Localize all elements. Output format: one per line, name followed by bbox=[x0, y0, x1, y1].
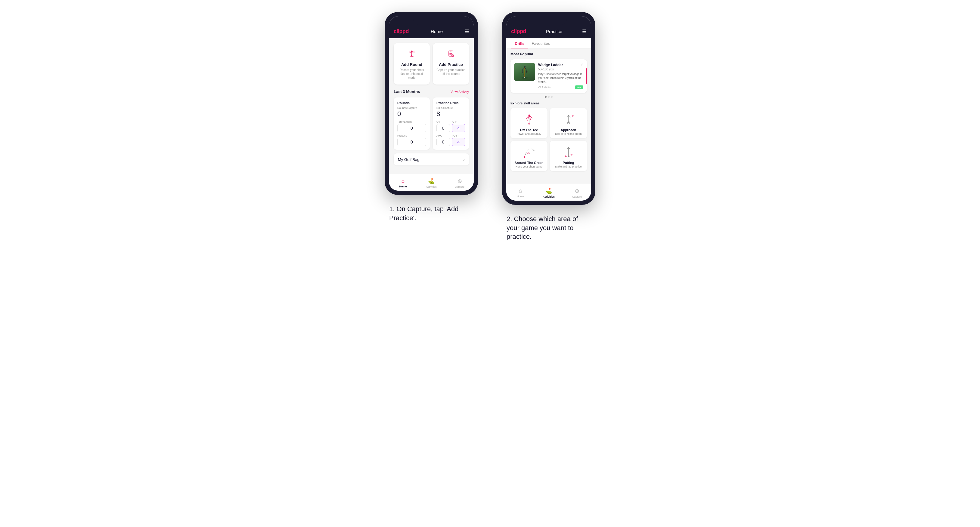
app-logo-2: clippd bbox=[511, 28, 526, 35]
add-round-card[interactable]: Add Round Record your shots fast or enha… bbox=[394, 43, 430, 84]
star-icon[interactable]: ☆ bbox=[581, 62, 584, 67]
featured-card[interactable]: Wedge Ladder 50–100 yds Play 1 shot at e… bbox=[511, 59, 587, 93]
header-title-1: Home bbox=[431, 29, 443, 34]
practice-stat: Practice 0 bbox=[397, 134, 426, 146]
phone-1-section: clippd Home ☰ bbox=[385, 12, 478, 222]
drills-sub-stats: OTT 0 APP 4 bbox=[436, 120, 465, 132]
arg-value: 0 bbox=[442, 140, 445, 144]
tournament-box: 0 bbox=[397, 124, 426, 132]
screen-content-1: Add Round Record your shots fast or enha… bbox=[389, 38, 474, 174]
tab-drills[interactable]: Drills bbox=[511, 38, 528, 48]
clock-icon: ⏱ bbox=[538, 86, 541, 89]
capture-label-2: Capture bbox=[572, 195, 582, 198]
skill-card-off-the-tee[interactable]: Off The Tee Power and accuracy bbox=[511, 108, 547, 138]
nav-home-2[interactable]: ⌂ Home bbox=[506, 186, 535, 199]
right-accent bbox=[586, 68, 587, 84]
svg-point-21 bbox=[571, 154, 573, 156]
phone-2-section: clippd Practice ☰ Drills Favourites bbox=[502, 12, 595, 241]
phone-notch bbox=[413, 16, 449, 25]
svg-point-1 bbox=[411, 55, 412, 56]
tournament-value: 0 bbox=[410, 126, 413, 130]
dot-3 bbox=[551, 96, 553, 98]
add-practice-card[interactable]: Add Practice Capture your practice off-t… bbox=[433, 43, 469, 84]
off-the-tee-visual bbox=[522, 112, 537, 126]
svg-point-3 bbox=[450, 51, 452, 52]
drills-capture-value: 8 bbox=[436, 110, 465, 118]
svg-point-16 bbox=[528, 153, 530, 154]
putt-value: 4 bbox=[458, 140, 460, 144]
activities-icon-2: ⛳ bbox=[546, 188, 552, 194]
ott-value: 0 bbox=[442, 126, 445, 130]
tabs-row: Drills Favourites bbox=[506, 38, 591, 48]
app-badge: APP bbox=[575, 86, 583, 89]
nav-capture-2[interactable]: ⊕ Capture bbox=[563, 186, 591, 199]
nav-home-1[interactable]: ⌂ Home bbox=[389, 176, 417, 189]
home-icon-2: ⌂ bbox=[519, 188, 522, 194]
nav-capture-1[interactable]: ⊕ Capture bbox=[445, 176, 474, 189]
practice-content: Most Popular bbox=[506, 48, 591, 184]
golf-bag-section: My Golf Bag › bbox=[394, 153, 469, 165]
featured-footer: ⏱ 9 shots APP bbox=[538, 86, 583, 89]
practice-label: Practice bbox=[397, 134, 426, 137]
skill-card-putting[interactable]: Putting Make and lag practice bbox=[550, 141, 587, 171]
phone-2-screen: clippd Practice ☰ Drills Favourites bbox=[506, 16, 591, 201]
capture-icon-2: ⊕ bbox=[575, 188, 579, 194]
practice-box: 0 bbox=[397, 138, 426, 146]
tab-favourites[interactable]: Favourites bbox=[528, 38, 554, 48]
arg-label: ARG bbox=[436, 134, 450, 137]
home-label-1: Home bbox=[399, 185, 407, 188]
svg-point-17 bbox=[533, 149, 534, 151]
practice-value: 0 bbox=[410, 140, 413, 144]
practice-drills-card: Practice Drills Drills Capture 8 OTT 0 bbox=[433, 97, 469, 150]
tournament-label: Tournament bbox=[397, 120, 426, 123]
svg-point-9 bbox=[528, 123, 530, 125]
add-practice-title: Add Practice bbox=[439, 62, 463, 67]
caption-1: 1. On Capture, tap 'Add Practice'. bbox=[389, 205, 473, 222]
shots-count: ⏱ 9 shots bbox=[538, 86, 550, 89]
svg-point-14 bbox=[573, 115, 574, 116]
view-activity-link[interactable]: View Activity bbox=[450, 90, 469, 94]
header-title-2: Practice bbox=[546, 29, 562, 34]
hamburger-icon-1[interactable]: ☰ bbox=[465, 29, 469, 34]
arg-stat: ARG 0 bbox=[436, 134, 450, 146]
featured-image bbox=[514, 63, 535, 81]
explore-title: Explore skill areas bbox=[511, 102, 587, 105]
phone-1-screen: clippd Home ☰ bbox=[389, 16, 474, 191]
svg-point-8 bbox=[524, 66, 525, 68]
bottom-nav-1: ⌂ Home ⛳ Activities ⊕ Capture bbox=[389, 174, 474, 191]
chevron-right-icon: › bbox=[463, 157, 465, 162]
putt-box: 4 bbox=[452, 138, 465, 146]
phone-1-frame: clippd Home ☰ bbox=[385, 12, 478, 195]
add-round-desc: Record your shots fast or enhanced mode bbox=[397, 68, 426, 80]
rounds-sub-stats: Tournament 0 bbox=[397, 120, 426, 132]
atg-name: Around The Green bbox=[514, 161, 544, 165]
approach-visual bbox=[561, 112, 576, 126]
putt-stat: PUTT 4 bbox=[452, 134, 465, 146]
svg-point-13 bbox=[568, 122, 569, 123]
skill-card-approach[interactable]: Approach Dial-in to hit the green bbox=[550, 108, 587, 138]
rounds-capture-value: 0 bbox=[397, 110, 426, 118]
ott-label: OTT bbox=[436, 120, 450, 123]
home-label-2: Home bbox=[517, 195, 524, 198]
action-cards: Add Round Record your shots fast or enha… bbox=[394, 43, 469, 84]
app-label: APP bbox=[452, 120, 465, 123]
nav-activities-1[interactable]: ⛳ Activities bbox=[417, 176, 445, 189]
capture-icon-1: ⊕ bbox=[458, 178, 462, 184]
featured-image-inner bbox=[514, 63, 535, 81]
svg-point-11 bbox=[528, 114, 530, 116]
rounds-title: Rounds bbox=[397, 101, 426, 105]
golf-bag-label: My Golf Bag bbox=[398, 157, 420, 162]
rounds-card: Rounds Rounds Capture 0 Tournament 0 bbox=[394, 97, 430, 150]
golf-bag-row[interactable]: My Golf Bag › bbox=[394, 153, 469, 165]
tournament-stat: Tournament 0 bbox=[397, 120, 426, 132]
ott-box: 0 bbox=[436, 124, 450, 132]
svg-point-15 bbox=[524, 156, 525, 158]
approach-desc: Dial-in to hit the green bbox=[555, 132, 582, 135]
off-the-tee-name: Off The Tee bbox=[520, 128, 538, 132]
hamburger-icon-2[interactable]: ☰ bbox=[582, 29, 586, 34]
app-logo-1: clippd bbox=[394, 28, 409, 35]
nav-activities-2[interactable]: ⛳ Activities bbox=[535, 186, 563, 199]
most-popular-title: Most Popular bbox=[511, 52, 587, 56]
atg-visual bbox=[522, 145, 537, 159]
skill-card-atg[interactable]: Around The Green Hone your short game bbox=[511, 141, 547, 171]
